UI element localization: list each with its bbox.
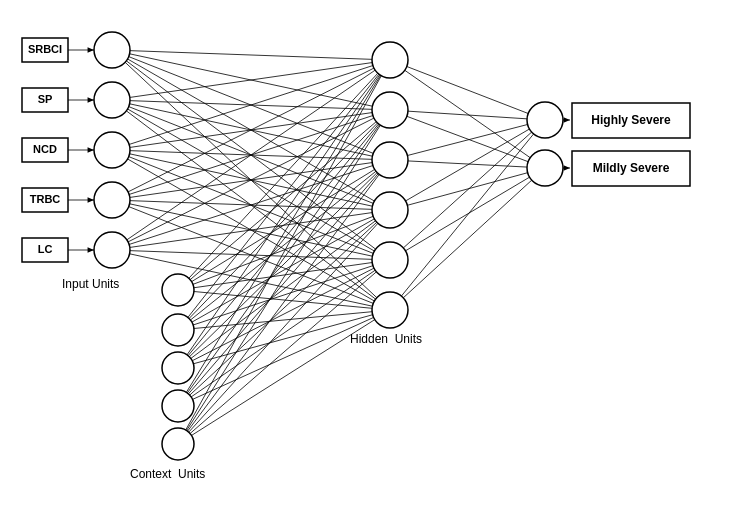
neural-network-diagram — [0, 0, 729, 506]
